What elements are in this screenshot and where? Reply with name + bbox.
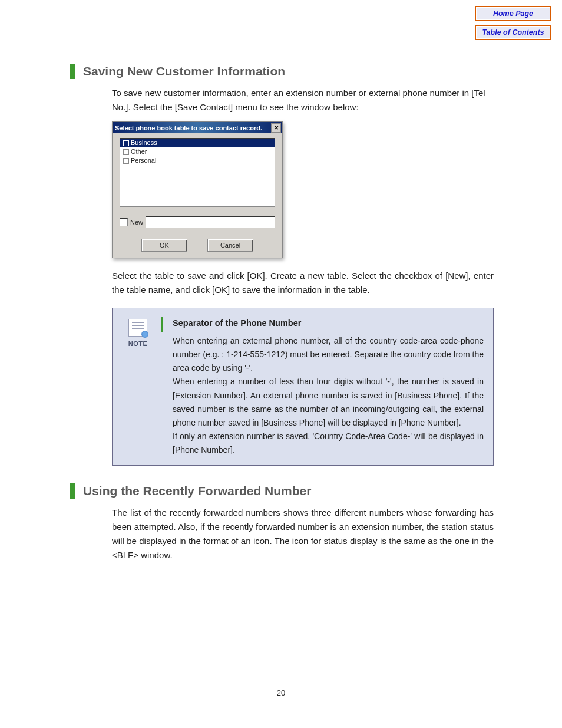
intro-paragraph: To save new customer information, enter … xyxy=(112,86,494,114)
page-number: 20 xyxy=(0,689,562,697)
note-divider xyxy=(161,317,163,332)
cancel-button[interactable]: Cancel xyxy=(207,239,253,252)
list-item-business[interactable]: Business xyxy=(120,139,275,147)
note-paragraph-1: When entering an external phone number, … xyxy=(173,334,484,375)
note-heading: Separator of the Phone Number xyxy=(173,317,484,331)
note-icon xyxy=(128,319,147,337)
note-label: NOTE xyxy=(128,340,148,347)
new-checkbox[interactable] xyxy=(120,218,128,226)
list-item-personal[interactable]: Personal xyxy=(120,156,275,165)
note-left: NOTE xyxy=(113,317,163,457)
note-box: NOTE Separator of the Phone Number When … xyxy=(112,308,494,466)
note-paragraph-3: If only an extension number is saved, 'C… xyxy=(173,430,484,457)
home-page-button[interactable]: Home Page xyxy=(475,6,551,21)
dialog-titlebar: Select phone book table to save contact … xyxy=(113,122,282,133)
dialog-body: Business Other Personal New OK Cancel xyxy=(113,133,282,258)
new-label: New xyxy=(130,219,143,226)
phonebook-listbox[interactable]: Business Other Personal xyxy=(120,138,275,207)
dialog-title: Select phone book table to save contact … xyxy=(115,124,262,131)
section-heading-saving: Saving New Customer Information xyxy=(70,64,494,79)
note-paragraph-2: When entering a number of less than four… xyxy=(173,375,484,429)
table-of-contents-button[interactable]: Table of Contents xyxy=(475,25,551,40)
page-content: Saving New Customer Information To save … xyxy=(70,64,494,569)
dialog-buttons: OK Cancel xyxy=(120,239,275,252)
section-2: Using the Recently Forwarded Number The … xyxy=(70,483,494,562)
section-heading-forwarded: Using the Recently Forwarded Number xyxy=(70,483,494,499)
new-table-input[interactable] xyxy=(146,216,275,228)
new-row: New xyxy=(120,216,275,228)
ok-button[interactable]: OK xyxy=(141,239,187,252)
after-dialog-paragraph: Select the table to save and click [OK].… xyxy=(112,269,494,297)
save-contact-dialog: Select phone book table to save contact … xyxy=(112,121,283,258)
forwarded-paragraph: The list of the recently forwarded numbe… xyxy=(112,506,494,562)
list-item-other[interactable]: Other xyxy=(120,147,275,156)
note-content: Separator of the Phone Number When enter… xyxy=(163,317,484,457)
close-icon[interactable]: ✕ xyxy=(271,123,281,133)
nav-buttons: Home Page Table of Contents xyxy=(475,6,551,40)
